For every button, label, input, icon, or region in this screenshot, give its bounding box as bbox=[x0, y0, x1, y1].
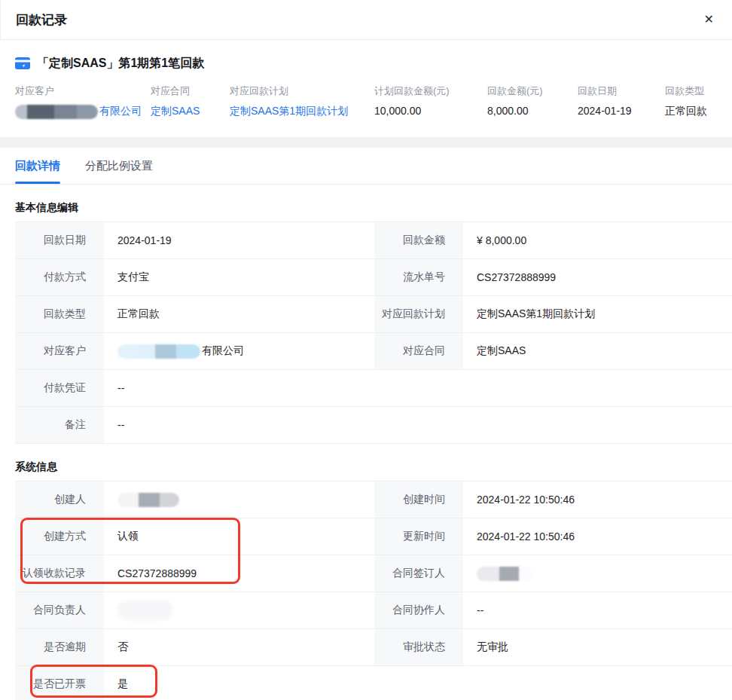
field-label: 对应合同 bbox=[374, 333, 465, 370]
field-value: 10,000.00 bbox=[374, 104, 487, 118]
field-label: 认领收款记录 bbox=[15, 555, 105, 592]
field-label: 回款日期 bbox=[578, 86, 665, 96]
field-label: 合同协作人 bbox=[374, 592, 465, 629]
contract-signer-value bbox=[465, 555, 732, 592]
basic-info-table: 回款日期 2024-01-19 回款金额 ¥ 8,000.00 付款方式 支付宝… bbox=[15, 222, 732, 444]
system-info-table: 创建人 创建时间 2024-01-22 10:50:46 创建方式 认领 更新时… bbox=[15, 481, 732, 700]
field-label: 付款方式 bbox=[15, 259, 105, 296]
field-value: 支付宝 bbox=[105, 259, 374, 296]
payment-plan-link[interactable]: 定制SAAS第1期回款计划 bbox=[465, 296, 732, 333]
field-value: 是 bbox=[105, 666, 374, 700]
summary-field-amount: 回款金额(元) 8,000.00 bbox=[487, 86, 578, 118]
field-label: 回款类型 bbox=[665, 86, 732, 96]
field-value: 2024-01-19 bbox=[105, 222, 374, 259]
table-row: 回款日期 2024-01-19 回款金额 ¥ 8,000.00 bbox=[15, 222, 732, 259]
page-title: 回款记录 bbox=[16, 11, 67, 29]
tab-allocation-ratio[interactable]: 分配比例设置 bbox=[85, 148, 153, 184]
field-label: 回款类型 bbox=[15, 296, 105, 333]
field-label: 更新时间 bbox=[374, 518, 465, 555]
drawer-header: 回款记录 ✕ bbox=[0, 0, 732, 40]
contract-link[interactable]: 定制SAAS bbox=[151, 104, 230, 118]
customer-link[interactable]: 有限公司 bbox=[15, 104, 151, 118]
field-label: 回款金额 bbox=[374, 222, 465, 259]
contract-owner-value bbox=[105, 592, 374, 629]
creator-value bbox=[105, 481, 374, 518]
record-head: 「定制SAAS」第1期第1笔回款 bbox=[0, 40, 732, 72]
section-divider-band bbox=[0, 137, 732, 148]
summary-field-contract: 对应合同 定制SAAS bbox=[151, 86, 230, 118]
field-value: 2024-01-22 10:50:46 bbox=[465, 518, 732, 555]
field-value: -- bbox=[105, 407, 732, 444]
redacted-text bbox=[477, 567, 532, 581]
field-label: 回款日期 bbox=[15, 222, 105, 259]
field-value: 否 bbox=[105, 629, 374, 666]
redacted-text bbox=[117, 493, 179, 507]
field-value: 正常回款 bbox=[665, 104, 732, 118]
table-row: 是否已开票 是 bbox=[15, 666, 732, 700]
field-label: 创建方式 bbox=[15, 518, 105, 555]
field-value: ¥ 8,000.00 bbox=[465, 222, 732, 259]
field-label: 流水单号 bbox=[374, 259, 465, 296]
payment-record-icon bbox=[15, 56, 30, 71]
table-row: 合同负责人 合同协作人 -- bbox=[15, 592, 732, 629]
table-row: 认领收款记录 CS27372888999 合同签订人 bbox=[15, 555, 732, 592]
field-label: 付款凭证 bbox=[15, 370, 105, 407]
table-row: 对应客户 有限公司 对应合同 定制SAAS bbox=[15, 333, 732, 370]
table-row: 付款凭证 -- bbox=[15, 370, 732, 407]
field-value: 认领 bbox=[105, 518, 374, 555]
field-label: 审批状态 bbox=[374, 629, 465, 666]
redacted-text bbox=[117, 344, 200, 359]
contract-link[interactable]: 定制SAAS bbox=[465, 333, 732, 370]
field-value: 2024-01-19 bbox=[578, 104, 665, 118]
section-heading-system-info: 系统信息 bbox=[15, 460, 717, 472]
summary-field-type: 回款类型 正常回款 bbox=[665, 86, 732, 118]
field-value: 正常回款 bbox=[105, 296, 374, 333]
field-label: 回款金额(元) bbox=[487, 86, 578, 96]
table-row: 付款方式 支付宝 流水单号 CS27372888999 bbox=[15, 259, 732, 296]
field-value: 2024-01-22 10:50:46 bbox=[465, 481, 732, 518]
customer-link[interactable]: 有限公司 bbox=[105, 333, 374, 370]
tab-payment-detail[interactable]: 回款详情 bbox=[15, 148, 60, 184]
field-label: 创建人 bbox=[15, 481, 105, 518]
close-icon[interactable]: ✕ bbox=[701, 11, 717, 29]
section-heading-basic-info: 基本信息编辑 bbox=[15, 201, 717, 213]
field-value: 无审批 bbox=[465, 629, 732, 666]
field-label: 合同签订人 bbox=[374, 555, 465, 592]
table-row: 备注 -- bbox=[15, 407, 732, 444]
redacted-text bbox=[15, 105, 98, 119]
field-label: 是否逾期 bbox=[15, 629, 105, 666]
summary-field-customer: 对应客户 有限公司 bbox=[15, 86, 151, 118]
redacted-text bbox=[117, 601, 173, 620]
field-value: 8,000.00 bbox=[487, 104, 578, 118]
summary-field-planned-amount: 计划回款金额(元) 10,000.00 bbox=[374, 86, 487, 118]
empty-cell bbox=[374, 666, 732, 700]
summary-field-payment-plan: 对应回款计划 定制SAAS第1期回款计划 bbox=[230, 86, 374, 118]
field-label: 创建时间 bbox=[374, 481, 465, 518]
tab-bar: 回款详情 分配比例设置 bbox=[0, 148, 732, 185]
field-label: 对应客户 bbox=[15, 86, 151, 96]
table-row: 回款类型 正常回款 对应回款计划 定制SAAS第1期回款计划 bbox=[15, 296, 732, 333]
table-row: 创建人 创建时间 2024-01-22 10:50:46 bbox=[15, 481, 732, 518]
field-value: -- bbox=[465, 592, 732, 629]
field-label: 对应合同 bbox=[151, 86, 230, 96]
field-label: 对应回款计划 bbox=[230, 86, 374, 96]
summary-field-date: 回款日期 2024-01-19 bbox=[578, 86, 665, 118]
table-row: 是否逾期 否 审批状态 无审批 bbox=[15, 629, 732, 666]
summary-info-row: 对应客户 有限公司 对应合同 定制SAAS 对应回款计划 定制SAAS第1期回款… bbox=[0, 86, 732, 118]
field-label: 是否已开票 bbox=[15, 666, 105, 700]
field-label: 对应客户 bbox=[15, 333, 105, 370]
field-label: 合同负责人 bbox=[15, 592, 105, 629]
field-label: 备注 bbox=[15, 407, 105, 444]
field-label: 对应回款计划 bbox=[374, 296, 465, 333]
record-title: 「定制SAAS」第1期第1笔回款 bbox=[37, 56, 204, 72]
claimed-receipt-link[interactable]: CS27372888999 bbox=[105, 555, 374, 592]
field-value: -- bbox=[105, 370, 732, 407]
field-value: CS27372888999 bbox=[465, 259, 732, 296]
payment-plan-link[interactable]: 定制SAAS第1期回款计划 bbox=[230, 104, 374, 118]
table-row: 创建方式 认领 更新时间 2024-01-22 10:50:46 bbox=[15, 518, 732, 555]
field-label: 计划回款金额(元) bbox=[374, 86, 487, 96]
